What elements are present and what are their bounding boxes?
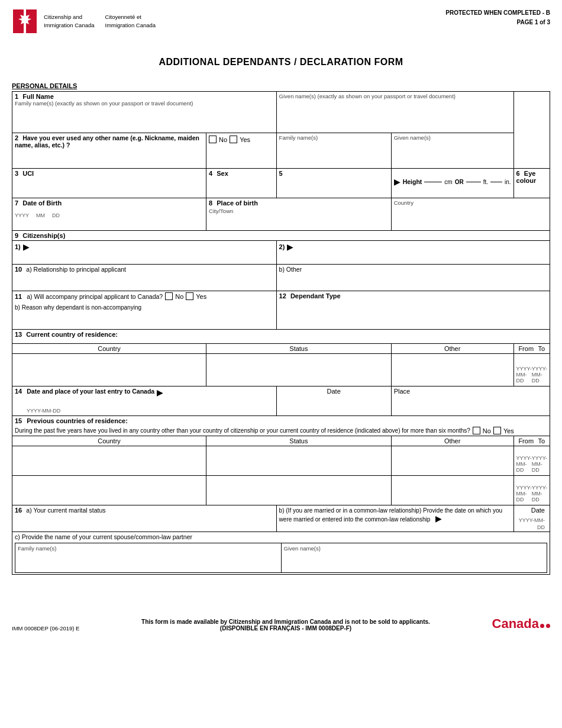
page-number: PAGE 1 of 3 <box>445 18 550 27</box>
cell-relationship-a: 10 a) Relationship to principal applican… <box>12 265 277 291</box>
prev-country2 <box>12 476 206 505</box>
row-marital: 16 a) Your current marital status b) (If… <box>12 505 550 532</box>
row-residence-header: 13 Current country of residence: <box>12 330 550 344</box>
cell-prev-header: 15 Previous countries of residence: Duri… <box>12 416 550 436</box>
marital-arrow: ▶ <box>435 514 442 523</box>
cell-uci: 3 UCI <box>12 169 206 198</box>
cell-relationship-b: b) Other <box>276 265 550 291</box>
row-prev-header: 15 Previous countries of residence: Duri… <box>12 416 550 436</box>
lastentry-arrow: ▶ <box>157 388 163 397</box>
cell-family-name: 1 Full Name Family name(s) (exactly as s… <box>12 92 277 133</box>
maple-leaf-logo <box>12 8 38 34</box>
accompany-no-checkbox[interactable] <box>165 292 173 300</box>
accompany-yes-checkbox[interactable] <box>186 292 193 300</box>
prev-status2 <box>206 476 392 505</box>
form-title: ADDITIONAL DEPENDANTS / DECLARATION FORM <box>12 57 550 67</box>
cell-lastentry-label: 14 Date and place of your last entry to … <box>12 386 277 416</box>
row-uci: 3 UCI 4 Sex 5 ▶ Height cm OR ft. <box>12 169 550 198</box>
header-right: PROTECTED WHEN COMPLETED - B PAGE 1 of 3 <box>445 8 550 27</box>
prev-yes-checkbox[interactable] <box>493 427 501 434</box>
spouse-name-table: Family name(s) Given name(s) <box>15 543 547 573</box>
col-country: Country <box>12 344 206 354</box>
row-prev-col-labels: Country Status Other From To <box>12 436 550 446</box>
canada-dots <box>540 624 550 630</box>
dept-fr: Citoyenneté et Immigration Canada <box>105 13 156 30</box>
cell-residence-other <box>391 354 513 386</box>
prev-col-from-to: From To <box>513 436 550 446</box>
cell-citizenship2: 2) ▶ <box>276 241 550 265</box>
cell-country-birth: Country <box>391 198 550 231</box>
cell-given-name2: Given name(s) <box>391 133 513 169</box>
cell-spouse-family: Family name(s) <box>15 543 282 573</box>
form-table: 1 Full Name Family name(s) (exactly as s… <box>12 91 550 575</box>
cell-given-name: Given name(s) (exactly as shown on your … <box>276 92 513 133</box>
row-residence-data: YYYY-MM-DD YYYY-MM-DD <box>12 354 550 386</box>
col-status: Status <box>206 344 392 354</box>
prev-col-country: Country <box>12 436 206 446</box>
canada-dot-2 <box>546 624 550 628</box>
row-othername: 2 Have you ever used any other name (e.g… <box>12 133 550 169</box>
canada-text: Canada <box>492 616 539 632</box>
col-other: Other <box>391 344 513 354</box>
cell-residence-status <box>206 354 392 386</box>
cell-accompany: 11 a) Will accompany principal applicant… <box>12 291 277 330</box>
row-dob: 7 Date of Birth YYYY MM DD 8 Place of bi… <box>12 198 550 231</box>
cell-eye-colour: 6 Eye colour <box>513 169 550 198</box>
form-container: PERSONAL DETAILS 1 Full Name Family name… <box>0 80 562 587</box>
header-left: Citizenship and Immigration Canada Citoy… <box>12 8 156 34</box>
row-accompany: 11 a) Will accompany principal applicant… <box>12 291 550 330</box>
cell-lastentry-place: Place <box>391 386 550 416</box>
cell-residence-header: 13 Current country of residence: <box>12 330 550 344</box>
cell-residence-country <box>12 354 206 386</box>
cell-spouse: c) Provide the name of your current spou… <box>12 532 550 575</box>
cell-marital-b: b) (If you are married or in a common-la… <box>276 505 513 532</box>
cell-height-detail: ▶ Height cm OR ft. in. <box>391 169 513 198</box>
row-prev-data1: YYYY-MM-DD YYYY-MM-DD <box>12 446 550 476</box>
row-citizenship: 1) ▶ 2) ▶ <box>12 241 550 265</box>
footer-form-id: IMM 0008DEP (06-2019) E <box>12 625 79 632</box>
page-footer: IMM 0008DEP (06-2019) E This form is mad… <box>0 610 562 637</box>
row-prev-data2: YYYY-MM-DD YYYY-MM-DD <box>12 476 550 505</box>
yes-checkbox[interactable] <box>230 136 237 143</box>
cell-residence-from-to: YYYY-MM-DD YYYY-MM-DD <box>513 354 550 386</box>
prev-col-status: Status <box>206 436 392 446</box>
cell-lastentry-date-label: Date <box>276 386 391 416</box>
col-from-to: From To <box>513 344 550 354</box>
cell-place-birth: 8 Place of birth City/Town <box>206 198 392 231</box>
personal-details-header: PERSONAL DETAILS <box>12 80 550 90</box>
prev-status1 <box>206 446 392 476</box>
row-citizenship-label: 9 Citizenship(s) <box>12 231 550 241</box>
prev-from-to1: YYYY-MM-DD YYYY-MM-DD <box>513 446 550 476</box>
cit2-arrow: ▶ <box>287 242 293 252</box>
canada-dot-1 <box>540 624 544 628</box>
prev-col-other: Other <box>391 436 513 446</box>
canada-wordmark: Canada <box>492 616 550 632</box>
cell-citizenship1: 1) ▶ <box>12 241 277 265</box>
page-header: Citizenship and Immigration Canada Citoy… <box>0 0 562 40</box>
row-fullname: 1 Full Name Family name(s) (exactly as s… <box>12 92 550 133</box>
prev-other2 <box>391 476 513 505</box>
cell-height-num: 5 <box>276 169 391 198</box>
cell-dob: 7 Date of Birth YYYY MM DD <box>12 198 206 231</box>
header-text-block: Citizenship and Immigration Canada Citoy… <box>44 13 156 30</box>
row-lastentry: 14 Date and place of your last entry to … <box>12 386 550 416</box>
cell-marital-a: 16 a) Your current marital status <box>12 505 277 532</box>
cell-othername-checkbox: No Yes <box>206 133 277 169</box>
form-title-section: ADDITIONAL DEPENDANTS / DECLARATION FORM <box>0 40 562 80</box>
prev-from-to2: YYYY-MM-DD YYYY-MM-DD <box>513 476 550 505</box>
cell-spouse-given: Given name(s) <box>281 543 547 573</box>
prev-no-checkbox[interactable] <box>473 427 480 434</box>
protected-label: PROTECTED WHEN COMPLETED - B <box>445 8 550 18</box>
prev-other1 <box>391 446 513 476</box>
footer-notice: This form is made available by Citizensh… <box>141 619 430 632</box>
dept-en: Citizenship and Immigration Canada <box>44 13 95 30</box>
row-spouse: c) Provide the name of your current spou… <box>12 532 550 575</box>
cell-sex: 4 Sex <box>206 169 277 198</box>
prev-country1 <box>12 446 206 476</box>
cell-family-name2: Family name(s) <box>276 133 391 169</box>
row-relationship: 10 a) Relationship to principal applican… <box>12 265 550 291</box>
no-checkbox[interactable] <box>209 136 217 143</box>
cell-citizenship-header: 9 Citizenship(s) <box>12 231 550 241</box>
row-residence-col-labels: Country Status Other From To <box>12 344 550 354</box>
cell-dependant-type: 12 Dependant Type <box>276 291 550 330</box>
